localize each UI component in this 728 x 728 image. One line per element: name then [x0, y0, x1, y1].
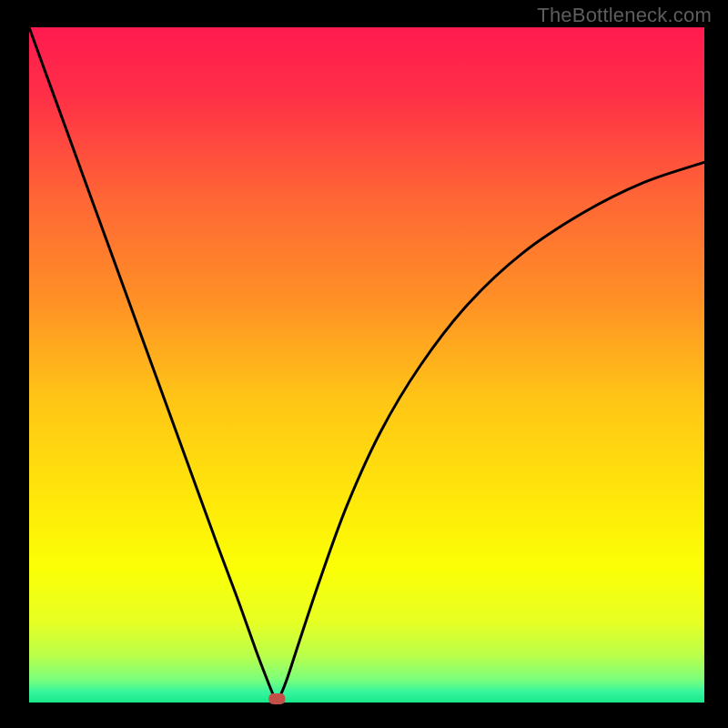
plot-background	[29, 27, 704, 703]
chart-frame: TheBottleneck.com	[0, 0, 728, 728]
bottleneck-chart	[0, 0, 728, 728]
optimum-marker	[268, 693, 285, 704]
